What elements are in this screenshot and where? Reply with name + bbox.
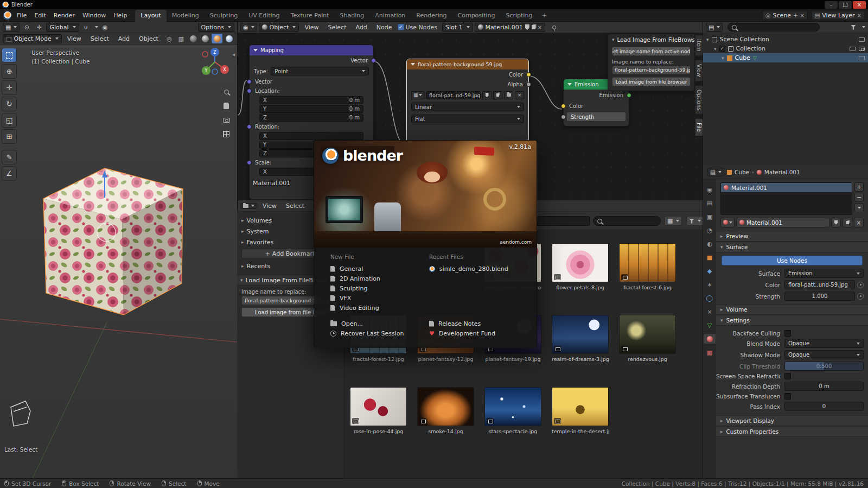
maximize-button[interactable]: □ <box>839 1 852 9</box>
tab-scripting[interactable]: Scripting <box>500 10 538 22</box>
fb-menu-view[interactable]: View <box>259 201 280 211</box>
shader-menu-node[interactable]: Node <box>373 23 396 32</box>
snap-caret-icon[interactable] <box>95 26 98 28</box>
scale-input-socket[interactable] <box>247 160 252 165</box>
new-file-sculpting[interactable]: Sculpting <box>330 283 429 293</box>
blender-menu-icon[interactable] <box>3 11 11 20</box>
scale-tool[interactable]: ◱ <box>2 113 17 128</box>
tab-world-icon[interactable]: ◐ <box>704 239 716 249</box>
rotation-input-socket[interactable] <box>247 124 252 129</box>
camera-view-icon[interactable] <box>220 114 232 126</box>
emission-output-socket[interactable] <box>627 93 631 98</box>
custom-properties-section-header[interactable]: ▸Custom Properties <box>716 426 868 437</box>
tab-options[interactable]: Options <box>695 85 703 115</box>
new-file-vfx[interactable]: VFX <box>330 293 429 303</box>
tab-shading[interactable]: Shading <box>335 10 370 22</box>
tab-animation[interactable]: Animation <box>369 10 411 22</box>
shader-menu-view[interactable]: View <box>301 23 322 32</box>
location-z-field[interactable]: Z0 m <box>259 113 363 122</box>
load-image-button[interactable]: Load image from file browser <box>612 77 691 86</box>
tab-constraints-icon[interactable]: × <box>704 307 716 316</box>
tab-render-icon[interactable]: ◉ <box>704 185 716 194</box>
properties-editor-type-button[interactable]: ▤ <box>707 168 724 176</box>
unlink-material-icon[interactable]: × <box>538 24 542 30</box>
viewport-display-section-header[interactable]: ▸Viewport Display <box>716 415 868 426</box>
clip-threshold-slider[interactable]: 0.500 <box>784 362 864 371</box>
outliner-row-collection[interactable]: ▾✓ Collection <box>703 44 868 53</box>
get-image-name-button[interactable]: Get image name from active node <box>612 47 691 56</box>
copy-material-icon[interactable] <box>532 25 535 29</box>
tab-sculpting[interactable]: Sculpting <box>205 10 243 22</box>
slot-dropdown[interactable]: Slot 1 <box>442 23 473 32</box>
tab-material-icon[interactable] <box>704 334 716 344</box>
new-file-general[interactable]: General <box>330 264 429 274</box>
tab-file[interactable]: File <box>695 118 703 136</box>
scene-selector[interactable]: ◎Scene+× <box>762 11 808 20</box>
slot-specials-button[interactable] <box>854 203 864 212</box>
outliner-row-cube[interactable]: ▾ Cube ▽ <box>703 53 868 62</box>
tab-object-icon[interactable]: ■ <box>704 252 716 262</box>
release-notes-link[interactable]: Release Notes <box>429 319 528 328</box>
show-overlays-icon[interactable]: ◎ <box>164 34 175 43</box>
unlink-icon[interactable]: × <box>515 91 524 99</box>
outliner-filter-icon[interactable] <box>848 23 859 32</box>
filter-button[interactable] <box>686 216 704 226</box>
navigation-gizmo[interactable]: Z X Y <box>195 46 234 83</box>
file-item[interactable]: stars-spectacle.jpg <box>484 387 541 434</box>
shader-menu-add[interactable]: Add <box>352 23 371 32</box>
file-search-input[interactable] <box>593 216 661 226</box>
alpha-output-socket[interactable] <box>526 82 531 87</box>
image-name-field[interactable]: floral-pat..nd-59.jpg <box>426 91 481 99</box>
color-input-socket[interactable] <box>561 104 566 109</box>
blend-mode-dropdown[interactable]: Opaque <box>784 339 864 348</box>
new-file-video-editing[interactable]: Video Editing <box>330 303 429 313</box>
transform-icon[interactable]: ✛ <box>34 23 44 32</box>
vector-output-socket[interactable] <box>371 58 376 63</box>
menu-help[interactable]: Help <box>110 11 131 20</box>
minimize-button[interactable]: – <box>825 1 838 9</box>
display-mode-button[interactable]: ▦ <box>665 216 682 226</box>
shader-editor-type-button[interactable]: ◉ <box>240 23 257 32</box>
file-item[interactable]: rose-in-pose-44.jpg <box>350 387 407 434</box>
shading-wireframe-button[interactable] <box>188 34 199 43</box>
tab-texture-icon[interactable]: ▩ <box>704 347 716 357</box>
copy-material-button[interactable] <box>843 218 852 227</box>
collapse-icon[interactable] <box>411 63 415 66</box>
collapse-icon[interactable] <box>567 83 572 86</box>
mapping-type-dropdown[interactable]: Point <box>271 67 369 75</box>
tab-layout[interactable]: Layout <box>135 10 166 22</box>
open-image-icon[interactable] <box>504 91 513 99</box>
shader-type-dropdown[interactable]: Object <box>259 23 299 32</box>
annotate-tool[interactable]: ✎ <box>2 150 17 164</box>
fake-user-icon[interactable] <box>482 91 492 99</box>
screen-icon[interactable] <box>859 56 865 60</box>
breadcrumb-object[interactable]: Cube <box>735 169 749 175</box>
add-workspace-button[interactable]: + <box>538 10 550 22</box>
tab-modifiers-icon[interactable]: ◆ <box>704 266 716 276</box>
outliner-row-scene-collection[interactable]: ▾ Scene Collection <box>703 35 868 44</box>
shading-solid-button[interactable] <box>200 34 210 43</box>
transform-tool[interactable]: ⊞ <box>2 129 17 144</box>
viewport-3d[interactable]: ⊕ ✛ ↻ ◱ ⊞ ✎ ∠ User Perspective (1) Colle… <box>0 45 237 478</box>
material-datablock[interactable]: Material.001 × <box>475 23 546 32</box>
refraction-depth-field[interactable]: 0 m <box>784 382 864 391</box>
outliner-search-input[interactable] <box>727 23 820 31</box>
tab-object-data-icon[interactable]: ▽ <box>704 320 716 330</box>
file-item[interactable]: smoke-14.jpg <box>417 387 474 434</box>
browse-material-button[interactable] <box>720 218 735 227</box>
orientation-dropdown[interactable]: Global <box>46 23 79 32</box>
cursor-tool[interactable]: ⊕ <box>2 64 17 79</box>
viewport-menu-add[interactable]: Add <box>114 34 133 43</box>
outliner-editor-type-button[interactable]: ▤ <box>706 23 723 32</box>
rotation-x-field[interactable]: X <box>259 132 363 140</box>
tab-scene-icon[interactable]: ◔ <box>704 225 716 235</box>
location-input-socket[interactable] <box>247 88 252 93</box>
tab-physics-icon[interactable]: ◯ <box>704 293 716 303</box>
viewport-menu-object[interactable]: Object <box>135 34 162 43</box>
interpolation-dropdown[interactable]: Linear <box>411 103 524 111</box>
location-x-field[interactable]: X0 m <box>259 96 363 104</box>
strength-input-socket[interactable] <box>561 115 566 119</box>
region-collapse-icon[interactable]: ◂ <box>232 51 235 58</box>
file-item[interactable]: fractal-forest-6.jpg <box>619 243 676 290</box>
select-box-tool[interactable] <box>2 48 17 62</box>
